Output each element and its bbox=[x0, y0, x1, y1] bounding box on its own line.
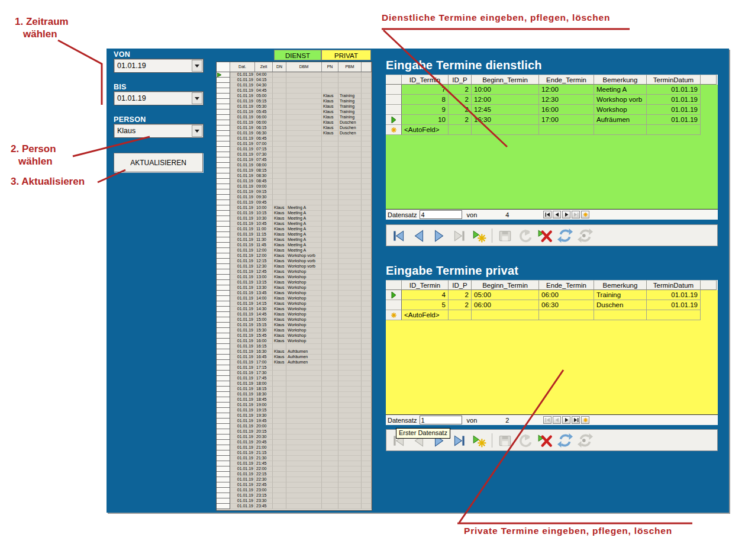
grid-cell-pn[interactable] bbox=[322, 78, 338, 83]
grid-cell-dn[interactable]: Klaus bbox=[273, 355, 286, 360]
grid-cell-zeit[interactable]: 21:30 bbox=[255, 456, 273, 461]
grid-row[interactable]: 01.01.1904:00 bbox=[217, 72, 372, 78]
grid-cell-pbm[interactable] bbox=[338, 323, 362, 328]
grid-cell-pn[interactable] bbox=[322, 291, 338, 296]
new-record-cell[interactable] bbox=[594, 125, 647, 135]
previous-record-button[interactable] bbox=[411, 227, 427, 243]
grid-cell-date[interactable]: 01.01.19 bbox=[230, 280, 255, 285]
grid-cell-pbm[interactable] bbox=[338, 339, 362, 344]
grid-row-selector[interactable] bbox=[217, 419, 230, 424]
grid-cell-dbm[interactable] bbox=[286, 195, 322, 200]
grid-cell-dn[interactable]: Klaus bbox=[273, 360, 286, 365]
grid-cell-pn[interactable] bbox=[322, 387, 338, 392]
grid-cell-zeit[interactable]: 10:30 bbox=[255, 216, 273, 221]
grid-cell-zeit[interactable]: 13:45 bbox=[255, 291, 273, 296]
grid-row-selector[interactable] bbox=[217, 445, 230, 450]
table-column-header[interactable]: ID_P bbox=[449, 75, 472, 85]
grid-row-selector[interactable] bbox=[217, 195, 230, 200]
grid-cell-pn[interactable] bbox=[322, 493, 338, 498]
grid-cell-date[interactable]: 01.01.19 bbox=[230, 110, 255, 115]
grid-cell-pbm[interactable] bbox=[338, 264, 362, 269]
grid-cell-dn[interactable] bbox=[273, 344, 286, 349]
grid-cell-dbm[interactable]: Meeting A bbox=[286, 237, 322, 243]
grid-cell-pn[interactable] bbox=[322, 285, 338, 291]
grid-cell-pn[interactable] bbox=[322, 179, 338, 184]
grid-cell-pbm[interactable] bbox=[338, 253, 362, 259]
grid-cell-date[interactable]: 01.01.19 bbox=[230, 456, 255, 461]
grid-cell-dbm[interactable] bbox=[286, 450, 322, 456]
grid-cell-pbm[interactable] bbox=[338, 141, 362, 147]
grid-cell-dbm[interactable] bbox=[286, 94, 322, 99]
grid-cell-pbm[interactable] bbox=[338, 435, 362, 440]
next-record-nav-button[interactable] bbox=[562, 211, 570, 218]
grid-cell-pbm[interactable] bbox=[338, 291, 362, 296]
grid-cell-dbm[interactable] bbox=[286, 498, 322, 504]
grid-cell-dn[interactable]: Klaus bbox=[273, 307, 286, 312]
grid-cell-zeit[interactable]: 19:15 bbox=[255, 408, 273, 413]
grid-cell-dbm[interactable]: Meeting A bbox=[286, 227, 322, 232]
grid-cell-pn[interactable]: Klaus bbox=[322, 110, 338, 115]
grid-cell-dbm[interactable] bbox=[286, 365, 322, 371]
table-cell[interactable]: Aufräumen bbox=[594, 115, 647, 125]
grid-row[interactable]: 01.01.1911:00KlausMeeting A bbox=[217, 227, 372, 232]
grid-cell-pn[interactable] bbox=[322, 461, 338, 466]
grid-cell-pn[interactable] bbox=[322, 88, 338, 94]
grid-cell-pbm[interactable] bbox=[338, 429, 362, 435]
grid-cell-pn[interactable] bbox=[322, 152, 338, 157]
grid-cell-dbm[interactable] bbox=[286, 408, 322, 413]
grid-cell-pn[interactable] bbox=[322, 200, 338, 205]
grid-row[interactable]: 01.01.1908:30 bbox=[217, 173, 372, 179]
grid-cell-zeit[interactable]: 07:15 bbox=[255, 147, 273, 152]
grid-cell-zeit[interactable]: 13:00 bbox=[255, 275, 273, 280]
grid-row-selector[interactable] bbox=[217, 72, 230, 78]
grid-row[interactable]: 01.01.1908:00 bbox=[217, 163, 372, 168]
grid-cell-pn[interactable]: Klaus bbox=[322, 120, 338, 125]
grid-cell-dbm[interactable]: Aufräumen bbox=[286, 355, 322, 360]
grid-row-selector[interactable] bbox=[217, 125, 230, 131]
grid-cell-pbm[interactable]: Training bbox=[338, 94, 362, 99]
grid-cell-dbm[interactable]: Meeting A bbox=[286, 243, 322, 248]
grid-row-selector[interactable] bbox=[217, 275, 230, 280]
grid-cell-dbm[interactable]: Workshop bbox=[286, 301, 322, 307]
grid-cell-pn[interactable] bbox=[322, 376, 338, 381]
grid-cell-dn[interactable] bbox=[273, 78, 286, 83]
grid-cell-dbm[interactable] bbox=[286, 482, 322, 488]
grid-cell-date[interactable]: 01.01.19 bbox=[230, 408, 255, 413]
grid-cell-dn[interactable] bbox=[273, 498, 286, 504]
grid-row[interactable]: 01.01.1906:15KlausDuschen bbox=[217, 125, 372, 131]
grid-cell-dn[interactable]: Klaus bbox=[273, 291, 286, 296]
grid-cell-zeit[interactable]: 16:15 bbox=[255, 344, 273, 349]
grid-cell-date[interactable]: 01.01.19 bbox=[230, 413, 255, 419]
grid-cell-dbm[interactable] bbox=[286, 371, 322, 376]
grid-cell-pbm[interactable] bbox=[338, 445, 362, 450]
grid-cell-pbm[interactable] bbox=[338, 440, 362, 445]
grid-cell-dn[interactable]: Klaus bbox=[273, 248, 286, 253]
grid-cell-dbm[interactable] bbox=[286, 504, 322, 509]
grid-cell-dn[interactable] bbox=[273, 413, 286, 419]
grid-cell-zeit[interactable]: 16:00 bbox=[255, 339, 273, 344]
grid-cell-dn[interactable] bbox=[273, 189, 286, 195]
grid-row[interactable]: 01.01.1921:30 bbox=[217, 456, 372, 461]
grid-cell-pn[interactable] bbox=[322, 381, 338, 387]
grid-cell-pbm[interactable] bbox=[338, 280, 362, 285]
grid-row-selector[interactable] bbox=[217, 269, 230, 275]
grid-cell-zeit[interactable]: 07:45 bbox=[255, 157, 273, 163]
grid-row[interactable]: 01.01.1912:00KlausMeeting A bbox=[217, 248, 372, 253]
grid-row-selector[interactable] bbox=[217, 115, 230, 120]
record-selector[interactable] bbox=[386, 300, 402, 310]
grid-row-selector[interactable] bbox=[217, 477, 230, 482]
table-cell[interactable]: 01.01.19 bbox=[647, 300, 701, 310]
grid-cell-dbm[interactable] bbox=[286, 189, 322, 195]
table-cell[interactable]: 2 bbox=[449, 95, 472, 105]
grid-cell-zeit[interactable]: 06:45 bbox=[255, 136, 273, 141]
table-column-header[interactable]: Beginn_Termin bbox=[472, 280, 539, 290]
grid-cell-pn[interactable] bbox=[322, 280, 338, 285]
grid-cell-pbm[interactable]: Training bbox=[338, 110, 362, 115]
grid-cell-pn[interactable] bbox=[322, 450, 338, 456]
grid-cell-zeit[interactable]: 11:15 bbox=[255, 232, 273, 237]
grid-cell-pn[interactable] bbox=[322, 344, 338, 349]
grid-row-selector[interactable] bbox=[217, 78, 230, 83]
grid-cell-pn[interactable] bbox=[322, 365, 338, 371]
grid-cell-dn[interactable] bbox=[273, 429, 286, 435]
grid-cell-date[interactable]: 01.01.19 bbox=[230, 392, 255, 397]
